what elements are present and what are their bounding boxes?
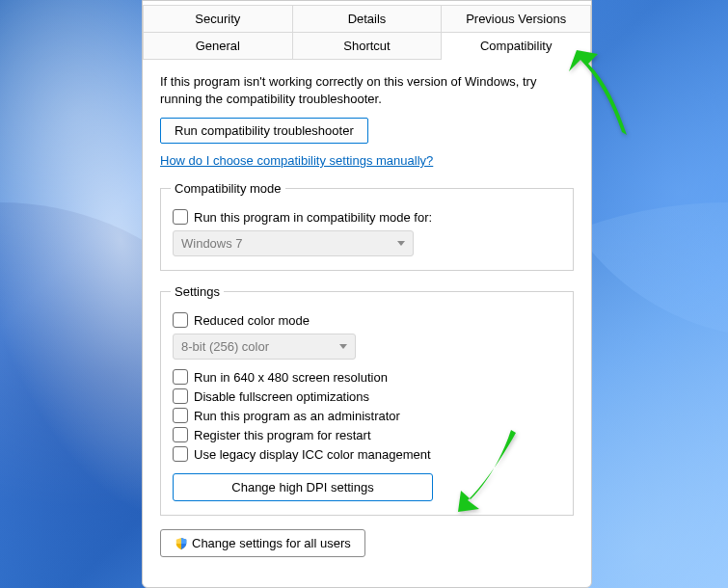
compat-mode-checkbox[interactable] <box>173 209 188 225</box>
compat-mode-value: Windows 7 <box>181 236 243 251</box>
tab-previous-versions[interactable]: Previous Versions <box>442 5 591 33</box>
color-select[interactable]: 8-bit (256) color <box>173 334 356 360</box>
run-troubleshooter-button[interactable]: Run compatibility troubleshooter <box>160 118 368 144</box>
change-dpi-button[interactable]: Change high DPI settings <box>173 473 433 501</box>
reduced-color-checkbox[interactable] <box>173 312 188 328</box>
compat-mode-legend: Compatibility mode <box>171 181 285 196</box>
settings-group: Settings Reduced color mode 8-bit (256) … <box>160 284 574 516</box>
compat-mode-label: Run this program in compatibility mode f… <box>194 210 432 225</box>
tab-shortcut[interactable]: Shortcut <box>293 33 443 60</box>
chevron-down-icon <box>339 344 347 349</box>
register-restart-checkbox[interactable] <box>173 427 188 442</box>
run-admin-checkbox[interactable] <box>173 408 188 423</box>
intro-text: If this program isn't working correctly … <box>160 73 574 108</box>
shield-icon <box>175 537 188 550</box>
all-users-button[interactable]: Change settings for all users <box>160 529 365 557</box>
chevron-down-icon <box>397 241 405 246</box>
run-640-label: Run in 640 x 480 screen resolution <box>194 370 388 385</box>
tab-general[interactable]: General <box>143 33 293 60</box>
legacy-icc-label: Use legacy display ICC color management <box>194 447 431 462</box>
help-link[interactable]: How do I choose compatibility settings m… <box>160 153 433 168</box>
tab-compatibility[interactable]: Compatibility <box>442 33 591 60</box>
run-admin-label: Run this program as an administrator <box>194 409 400 423</box>
tab-details[interactable]: Details <box>293 5 443 33</box>
tab-security[interactable]: Security <box>143 5 293 33</box>
disable-fullscreen-label: Disable fullscreen optimizations <box>194 389 369 404</box>
reduced-color-label: Reduced color mode <box>194 313 310 328</box>
tab-strip: Security Details Previous Versions Gener… <box>143 1 591 60</box>
settings-legend: Settings <box>171 284 224 299</box>
properties-dialog: Security Details Previous Versions Gener… <box>142 0 592 588</box>
tab-content: If this program isn't working correctly … <box>143 60 591 587</box>
compat-mode-select[interactable]: Windows 7 <box>173 230 414 256</box>
color-value: 8-bit (256) color <box>181 339 269 354</box>
compat-mode-group: Compatibility mode Run this program in c… <box>160 181 574 271</box>
all-users-label: Change settings for all users <box>192 536 351 550</box>
run-640-checkbox[interactable] <box>173 369 188 385</box>
disable-fullscreen-checkbox[interactable] <box>173 388 188 404</box>
legacy-icc-checkbox[interactable] <box>173 446 188 462</box>
register-restart-label: Register this program for restart <box>194 428 371 442</box>
